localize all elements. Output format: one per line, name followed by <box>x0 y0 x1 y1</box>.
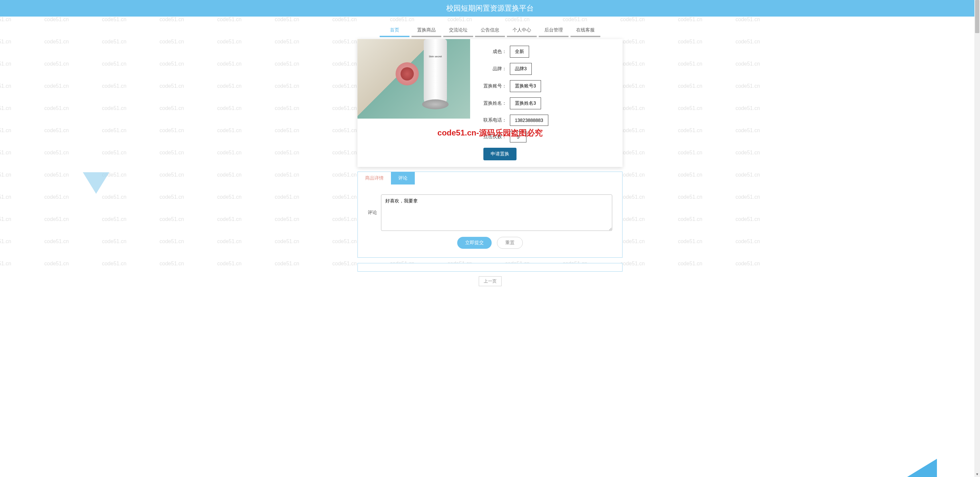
main-nav: 首页 置换商品 交流论坛 公告信息 个人中心 后台管理 在线客服 <box>0 24 980 37</box>
product-details: 成色： 全新 品牌： 品牌3 置换账号： 置换账号3 置换姓名： 置换姓名3 联… <box>470 39 622 167</box>
scrollbar-thumb[interactable] <box>975 0 979 33</box>
comment-input[interactable] <box>381 194 612 231</box>
clicks-value: 5 <box>510 131 527 142</box>
page-header: 校园短期闲置资源置换平台 <box>0 0 980 17</box>
name-value: 置换姓名3 <box>510 97 541 109</box>
nav-forum[interactable]: 交流论坛 <box>443 24 473 37</box>
tab-detail[interactable]: 商品详情 <box>358 172 391 184</box>
page-title: 校园短期闲置资源置换平台 <box>446 4 534 12</box>
tabs-header: 商品详情 评论 <box>358 172 622 184</box>
nav-admin[interactable]: 后台管理 <box>539 24 568 37</box>
tab-comment[interactable]: 评论 <box>391 172 415 184</box>
brand-label: 品牌： <box>480 66 507 72</box>
nav-profile[interactable]: 个人中心 <box>507 24 537 37</box>
nav-notice[interactable]: 公告信息 <box>475 24 505 37</box>
submit-button[interactable]: 立即提交 <box>457 237 492 249</box>
reset-button[interactable]: 重置 <box>497 237 523 249</box>
scrollbar-vertical[interactable]: ▲ ▼ <box>974 0 980 286</box>
empty-list-card <box>358 263 622 272</box>
product-card: 成色： 全新 品牌： 品牌3 置换账号： 置换账号3 置换姓名： 置换姓名3 联… <box>358 39 622 167</box>
prev-page-button[interactable]: 上一页 <box>479 276 501 286</box>
account-value: 置换账号3 <box>510 80 541 92</box>
nav-home[interactable]: 首页 <box>380 24 409 37</box>
product-image <box>358 39 470 119</box>
clicks-label: 点击次数： <box>480 134 507 140</box>
name-label: 置换姓名： <box>480 100 507 107</box>
condition-label: 成色： <box>480 49 507 55</box>
nav-products[interactable]: 置换商品 <box>412 24 441 37</box>
brand-value: 品牌3 <box>510 63 532 75</box>
nav-support[interactable]: 在线客服 <box>571 24 600 37</box>
decorative-triangle-left <box>83 172 109 194</box>
apply-exchange-button[interactable]: 申请置换 <box>484 148 517 160</box>
comment-label: 评论 <box>368 210 381 216</box>
account-label: 置换账号： <box>480 83 507 89</box>
phone-value: 13823888883 <box>510 114 548 126</box>
condition-value: 全新 <box>510 46 529 58</box>
tabs-card: 商品详情 评论 评论 立即提交 重置 <box>358 172 622 258</box>
phone-label: 联系电话： <box>480 117 507 123</box>
pager: 上一页 <box>358 276 622 286</box>
